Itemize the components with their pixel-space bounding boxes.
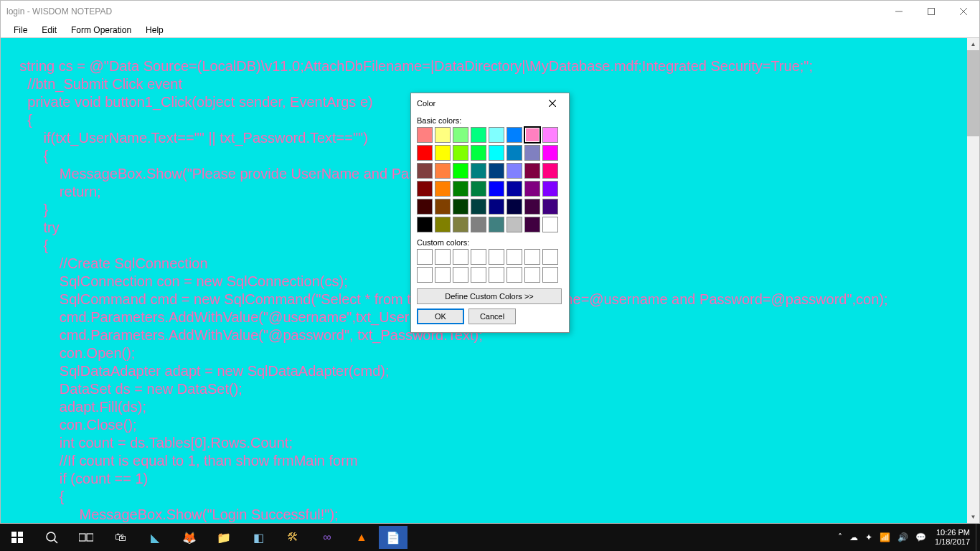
custom-color-swatch[interactable] — [524, 249, 540, 265]
basic-color-swatch[interactable] — [524, 145, 540, 161]
vlc-icon[interactable]: ▲ — [344, 524, 379, 551]
custom-color-swatch[interactable] — [435, 267, 451, 283]
show-desktop-button[interactable] — [976, 524, 980, 551]
define-custom-colors-button[interactable]: Define Custom Colors >> — [417, 288, 562, 304]
ok-button[interactable]: OK — [417, 309, 464, 324]
basic-color-swatch[interactable] — [417, 217, 433, 232]
basic-color-swatch[interactable] — [524, 199, 540, 215]
cube-icon[interactable]: ◧ — [241, 524, 275, 551]
basic-color-swatch[interactable] — [524, 181, 540, 197]
basic-color-swatch[interactable] — [507, 217, 522, 232]
custom-color-swatch[interactable] — [542, 267, 558, 283]
visual-studio-icon[interactable]: ∞ — [310, 524, 344, 551]
tray-sync-icon[interactable]: ☁ — [849, 532, 858, 542]
custom-color-swatch[interactable] — [435, 249, 451, 265]
app-icon-1[interactable]: ◣ — [138, 524, 172, 551]
dialog-close-button[interactable] — [542, 93, 563, 113]
basic-color-swatch[interactable] — [435, 127, 451, 143]
basic-color-swatch[interactable] — [524, 127, 540, 143]
tray-volume-icon[interactable]: 🔊 — [897, 532, 908, 542]
taskbar-clock[interactable]: 10:26 PM 1/18/2017 — [929, 528, 976, 547]
basic-color-swatch[interactable] — [524, 163, 540, 179]
basic-color-swatch[interactable] — [507, 199, 522, 215]
notepad-taskbar-icon[interactable]: 📄 — [379, 526, 407, 549]
basic-color-swatch[interactable] — [453, 217, 468, 232]
basic-color-swatch[interactable] — [435, 145, 451, 161]
basic-color-swatch[interactable] — [417, 127, 433, 143]
firefox-icon[interactable]: 🦊 — [172, 524, 207, 551]
basic-color-swatch[interactable] — [453, 199, 468, 215]
custom-color-swatch[interactable] — [489, 267, 504, 283]
custom-color-swatch[interactable] — [507, 267, 522, 283]
basic-color-swatch[interactable] — [453, 127, 468, 143]
basic-color-swatch[interactable] — [435, 217, 451, 232]
custom-color-swatch[interactable] — [453, 267, 468, 283]
basic-color-swatch[interactable] — [435, 181, 451, 197]
basic-color-swatch[interactable] — [453, 181, 468, 197]
scrollbar-thumb[interactable] — [967, 50, 979, 136]
vertical-scrollbar[interactable]: ▲ ▼ — [967, 38, 979, 523]
basic-color-swatch[interactable] — [471, 199, 486, 215]
basic-color-swatch[interactable] — [507, 127, 522, 143]
basic-color-swatch[interactable] — [489, 145, 504, 161]
system-tray[interactable]: ˄ ☁ ✦ 📶 🔊 💬 — [838, 532, 929, 542]
basic-color-swatch[interactable] — [524, 217, 540, 232]
menu-file[interactable]: File — [6, 24, 34, 37]
basic-color-swatch[interactable] — [542, 199, 558, 215]
basic-color-swatch[interactable] — [453, 163, 468, 179]
start-button[interactable] — [0, 524, 34, 551]
custom-color-swatch[interactable] — [507, 249, 522, 265]
basic-color-swatch[interactable] — [489, 181, 504, 197]
basic-color-swatch[interactable] — [489, 199, 504, 215]
basic-color-swatch[interactable] — [471, 217, 486, 232]
tray-wifi-icon[interactable]: 📶 — [880, 532, 890, 542]
tools-icon[interactable]: 🛠 — [275, 524, 310, 551]
basic-color-swatch[interactable] — [542, 217, 558, 232]
basic-color-swatch[interactable] — [542, 163, 558, 179]
basic-color-swatch[interactable] — [453, 145, 468, 161]
custom-color-swatch[interactable] — [417, 249, 433, 265]
basic-color-swatch[interactable] — [489, 163, 504, 179]
custom-color-swatch[interactable] — [542, 249, 558, 265]
basic-color-swatch[interactable] — [471, 145, 486, 161]
scroll-down-icon[interactable]: ▼ — [967, 511, 979, 523]
basic-color-swatch[interactable] — [489, 217, 504, 232]
tray-star-icon[interactable]: ✦ — [865, 532, 872, 542]
cortana-search-icon[interactable] — [34, 524, 69, 551]
close-button[interactable] — [947, 1, 979, 22]
tray-action-center-icon[interactable]: 💬 — [915, 532, 926, 542]
basic-color-swatch[interactable] — [417, 145, 433, 161]
menu-help[interactable]: Help — [138, 24, 171, 37]
basic-color-swatch[interactable] — [417, 163, 433, 179]
maximize-button[interactable] — [915, 1, 947, 22]
menu-edit[interactable]: Edit — [34, 24, 64, 37]
tray-chevron-up-icon[interactable]: ˄ — [838, 532, 842, 542]
basic-color-swatch[interactable] — [417, 199, 433, 215]
menu-form-operation[interactable]: Form Operation — [64, 24, 138, 37]
basic-color-swatch[interactable] — [542, 127, 558, 143]
basic-color-swatch[interactable] — [435, 163, 451, 179]
scroll-up-icon[interactable]: ▲ — [967, 38, 979, 50]
custom-color-swatch[interactable] — [453, 249, 468, 265]
store-icon[interactable]: 🛍 — [103, 524, 138, 551]
custom-color-swatch[interactable] — [489, 249, 504, 265]
file-explorer-icon[interactable]: 📁 — [207, 524, 241, 551]
custom-color-swatch[interactable] — [471, 267, 486, 283]
minimize-button[interactable] — [882, 1, 915, 22]
basic-color-swatch[interactable] — [435, 199, 451, 215]
custom-color-swatch[interactable] — [471, 249, 486, 265]
basic-color-swatch[interactable] — [471, 127, 486, 143]
basic-color-swatch[interactable] — [507, 145, 522, 161]
basic-color-swatch[interactable] — [542, 145, 558, 161]
custom-color-swatch[interactable] — [417, 267, 433, 283]
basic-color-swatch[interactable] — [507, 181, 522, 197]
custom-color-swatch[interactable] — [524, 267, 540, 283]
cancel-button[interactable]: Cancel — [468, 309, 516, 324]
basic-color-swatch[interactable] — [542, 181, 558, 197]
task-view-icon[interactable] — [69, 524, 103, 551]
basic-color-swatch[interactable] — [471, 181, 486, 197]
basic-color-swatch[interactable] — [471, 163, 486, 179]
basic-color-swatch[interactable] — [417, 181, 433, 197]
basic-color-swatch[interactable] — [489, 127, 504, 143]
basic-color-swatch[interactable] — [507, 163, 522, 179]
